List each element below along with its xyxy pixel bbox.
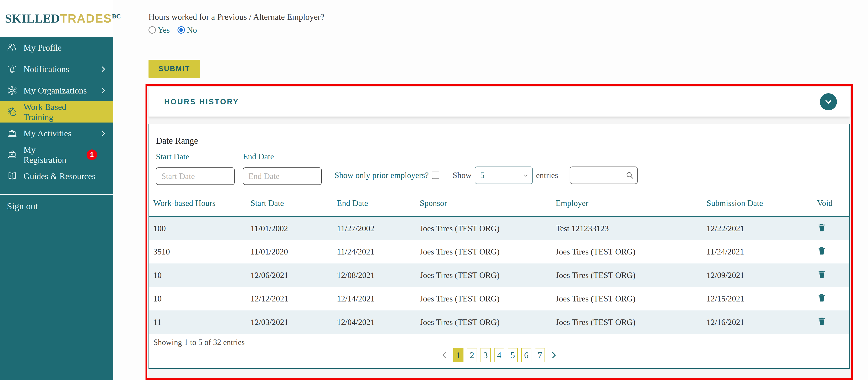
cell-hours: 11 — [149, 311, 250, 334]
void-trash-icon[interactable] — [817, 316, 826, 326]
sidebar-item-label: Notifications — [24, 64, 69, 74]
void-trash-icon[interactable] — [817, 246, 826, 255]
sidebar-item-my-profile[interactable]: My Profile — [0, 37, 113, 58]
pagination-page-4[interactable]: 4 — [494, 348, 504, 362]
radio-group: YesNo — [149, 25, 854, 35]
submit-button[interactable]: SUBMIT — [149, 60, 200, 78]
table-row: 351011/01/202011/24/2021Joes Tires (TEST… — [149, 240, 849, 263]
sidebar-item-guides-resources[interactable]: Guides & Resources — [0, 165, 113, 187]
sidebar: SKILLEDTRADESBC My ProfileNotificationsM… — [0, 0, 113, 380]
cell-start-date: 12/03/2021 — [250, 311, 337, 334]
sidebar-item-my-activities[interactable]: My Activities — [0, 122, 113, 144]
pagination-page-2[interactable]: 2 — [467, 348, 477, 362]
sidebar-item-my-registration[interactable]: My Registration1 — [0, 144, 113, 165]
table-row: 10011/01/200211/27/2002Joes Tires (TEST … — [149, 216, 849, 240]
cell-sponsor: Joes Tires (TEST ORG) — [420, 287, 556, 311]
entries-label: entries — [536, 170, 558, 180]
notification-count-badge: 1 — [87, 149, 97, 160]
cell-end-date: 12/04/2021 — [337, 311, 420, 334]
cell-employer: Joes Tires (TEST ORG) — [556, 287, 707, 311]
collapse-toggle-button[interactable] — [820, 93, 837, 110]
select-caret-icon — [523, 172, 529, 178]
sidebar-item-notifications[interactable]: Notifications — [0, 58, 113, 80]
cell-submission-date: 12/16/2021 — [707, 311, 817, 334]
cell-sponsor: Joes Tires (TEST ORG) — [420, 263, 556, 287]
sidebar-item-work-based-training[interactable]: Work Based Training — [0, 101, 113, 122]
cell-start-date: 12/06/2021 — [250, 263, 337, 287]
network-icon — [7, 85, 18, 96]
pagination-next-icon[interactable] — [549, 351, 559, 359]
chevron-down-icon — [824, 98, 833, 106]
prior-employers-checkbox[interactable] — [432, 172, 439, 179]
prior-employers-label: Show only prior employers? — [335, 170, 429, 180]
table-row: 1012/06/202112/08/2021Joes Tires (TEST O… — [149, 263, 849, 287]
cell-start-date: 11/01/2020 — [250, 240, 337, 263]
pagination-page-3[interactable]: 3 — [480, 348, 491, 362]
table-row: 1112/03/202112/04/2021Joes Tires (TEST O… — [149, 311, 849, 334]
cell-sponsor: Joes Tires (TEST ORG) — [420, 216, 556, 240]
person-icon — [7, 42, 18, 53]
search-icon — [625, 171, 634, 180]
pagination-page-1[interactable]: 1 — [453, 348, 463, 362]
sidebar-item-label: My Activities — [24, 128, 71, 139]
cell-employer: Joes Tires (TEST ORG) — [556, 263, 707, 287]
book-icon — [7, 171, 18, 181]
logo-trades: TRADES — [60, 12, 112, 25]
column-header-submission-date: Submission Date — [707, 198, 817, 216]
cell-hours: 100 — [149, 216, 250, 240]
column-header-void: Void — [817, 198, 849, 216]
question-label: Hours worked for a Previous / Alternate … — [149, 12, 854, 22]
cell-end-date: 11/27/2002 — [337, 216, 420, 240]
cell-start-date: 12/12/2021 — [250, 287, 337, 311]
hours-history-header: HOURS HISTORY — [149, 87, 850, 117]
end-date-input[interactable] — [243, 168, 322, 185]
laptop-download-icon — [7, 149, 18, 160]
pagination-prev-icon[interactable] — [439, 351, 450, 359]
date-range-label: Date Range — [156, 136, 849, 146]
chevron-right-icon — [100, 130, 107, 137]
coins-clock-icon — [7, 107, 18, 117]
table-row: 1012/12/202112/14/2021Joes Tires (TEST O… — [149, 287, 849, 311]
column-header-start-date: Start Date — [250, 198, 337, 216]
void-trash-icon[interactable] — [817, 293, 826, 302]
radio-unselected-icon[interactable] — [149, 26, 156, 34]
pagination-page-7[interactable]: 7 — [535, 348, 545, 362]
radio-label: Yes — [158, 25, 170, 35]
end-date-label: End Date — [243, 152, 322, 162]
cell-end-date: 12/08/2021 — [337, 263, 420, 287]
main-content: Hours worked for a Previous / Alternate … — [113, 0, 868, 380]
cell-hours: 3510 — [149, 240, 250, 263]
logo[interactable]: SKILLEDTRADESBC — [0, 0, 113, 37]
table-header-row: Work-based HoursStart DateEnd DateSponso… — [149, 198, 849, 216]
pagination: 1234567 — [149, 348, 849, 362]
radio-option-no[interactable]: No — [178, 25, 197, 35]
radio-option-yes[interactable]: Yes — [149, 25, 170, 35]
column-header-sponsor: Sponsor — [420, 198, 556, 216]
entries-select[interactable]: 5 — [475, 167, 533, 184]
sidebar-item-label: My Organizations — [24, 85, 87, 95]
sidebar-menu: My ProfileNotificationsMy OrganizationsW… — [0, 37, 113, 187]
pagination-page-5[interactable]: 5 — [508, 348, 518, 362]
radio-selected-icon[interactable] — [178, 26, 185, 34]
pagination-page-6[interactable]: 6 — [521, 348, 531, 362]
cell-submission-date: 11/24/2021 — [707, 240, 817, 263]
cell-submission-date: 12/09/2021 — [707, 263, 817, 287]
app-root: SKILLEDTRADESBC My ProfileNotificationsM… — [0, 0, 868, 380]
column-header-work-based-hours: Work-based Hours — [149, 198, 250, 216]
void-trash-icon[interactable] — [817, 223, 826, 232]
cell-employer: Joes Tires (TEST ORG) — [556, 311, 707, 334]
sidebar-item-label: My Registration — [24, 145, 77, 165]
cell-end-date: 11/24/2021 — [337, 240, 420, 263]
void-trash-icon[interactable] — [817, 269, 826, 279]
start-date-input[interactable] — [156, 168, 235, 185]
sidebar-item-label: My Profile — [24, 42, 62, 53]
cell-hours: 10 — [149, 287, 250, 311]
sidebar-item-my-organizations[interactable]: My Organizations — [0, 80, 113, 101]
hours-history-section: HOURS HISTORY Date Range Start Date End … — [146, 84, 853, 380]
cell-sponsor: Joes Tires (TEST ORG) — [420, 240, 556, 263]
hours-history-title: HOURS HISTORY — [164, 97, 239, 106]
hours-table: Work-based HoursStart DateEnd DateSponso… — [149, 198, 849, 334]
table-body: 10011/01/200211/27/2002Joes Tires (TEST … — [149, 216, 849, 334]
start-date-label: Start Date — [156, 152, 235, 162]
sign-out-button[interactable]: Sign out — [0, 195, 113, 217]
